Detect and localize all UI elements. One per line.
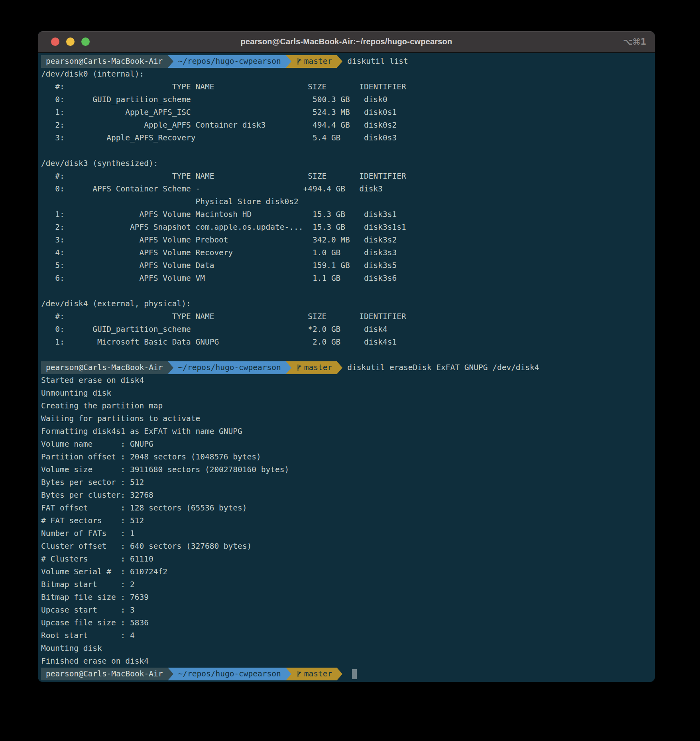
terminal-line: 0: APFS Container Scheme - +494.4 GB dis… [41,183,655,195]
prompt-path: ~/repos/hugo-cwpearson [173,55,286,68]
terminal-screen[interactable]: pearson@Carls-MacBook-Air ~/repos/hugo-c… [38,53,655,682]
terminal-line: Creating the partition map [41,400,655,412]
terminal-line: Finished erase on disk4 [41,655,655,668]
prompt-line: pearson@Carls-MacBook-Air ~/repos/hugo-c… [41,668,655,680]
powerline-arrow-icon [337,55,342,68]
prompt-git-branch-label: master [304,668,332,680]
terminal-line: Cluster offset : 640 sectors (327680 byt… [41,540,655,553]
minimize-button[interactable] [66,37,75,46]
terminal-line: Upcase file size : 5836 [41,617,655,629]
powerline-arrow-icon [286,361,291,374]
terminal-line: 0: GUID_partition_scheme 500.3 GB disk0 [41,93,655,106]
terminal-line: 1: Microsoft Basic Data GNUPG 2.0 GB dis… [41,336,655,349]
terminal-line: # Clusters : 61110 [41,553,655,566]
prompt-git-branch-label: master [304,361,332,374]
command-text [342,668,347,680]
terminal-line: 4: APFS Volume Recovery 1.0 GB disk3s3 [41,246,655,259]
zoom-button[interactable] [81,37,90,46]
powerline-arrow-icon [286,668,291,680]
git-branch-icon [296,364,302,372]
powerline-arrow-icon [286,55,291,68]
prompt-path-label: ~/repos/hugo-cwpearson [178,668,281,680]
prompt-path: ~/repos/hugo-cwpearson [173,361,286,374]
powerline-arrow-icon [337,361,342,374]
terminal-line: #: TYPE NAME SIZE IDENTIFIER [41,170,655,183]
terminal-line [41,285,655,298]
git-branch-icon [296,670,302,678]
prompt-line: pearson@Carls-MacBook-Air ~/repos/hugo-c… [41,55,655,68]
terminal-line: Upcase start : 3 [41,604,655,617]
titlebar[interactable]: pearson@Carls-MacBook-Air:~/repos/hugo-c… [38,31,655,53]
terminal-line: Partition offset : 2048 sectors (1048576… [41,451,655,463]
powerline-arrow-icon [337,668,342,680]
terminal-line: 2: Apple_APFS Container disk3 494.4 GB d… [41,119,655,132]
terminal-line: Bitmap file size : 7639 [41,591,655,604]
terminal-line: /dev/disk4 (external, physical): [41,298,655,310]
terminal-line: Physical Store disk0s2 [41,195,655,208]
prompt-user-host: pearson@Carls-MacBook-Air [41,668,168,680]
terminal-line: Formatting disk4s1 as ExFAT with name GN… [41,425,655,438]
terminal-line [41,144,655,157]
terminal-line: 2: APFS Snapshot com.apple.os.update-...… [41,221,655,234]
terminal-cursor [352,669,357,679]
window-shortcut-hint: ⌥⌘1 [623,31,646,52]
terminal-line: FAT offset : 128 sectors (65536 bytes) [41,502,655,514]
terminal-line: 0: GUID_partition_scheme *2.0 GB disk4 [41,323,655,336]
terminal-line: Bytes per cluster: 32768 [41,489,655,502]
terminal-line: 1: APFS Volume Macintosh HD 15.3 GB disk… [41,208,655,221]
terminal-line: Volume name : GNUPG [41,438,655,451]
terminal-line: #: TYPE NAME SIZE IDENTIFIER [41,310,655,323]
terminal-line: Volume size : 3911680 sectors (200278016… [41,463,655,476]
close-button[interactable] [51,37,59,46]
window-title: pearson@Carls-MacBook-Air:~/repos/hugo-c… [38,37,655,46]
prompt-git-segment: master [291,55,337,68]
terminal-line: Bitmap start : 2 [41,578,655,591]
command-text: diskutil list [342,55,408,68]
terminal-line: #: TYPE NAME SIZE IDENTIFIER [41,81,655,93]
prompt-user-host: pearson@Carls-MacBook-Air [41,55,168,68]
terminal-line: Root start : 4 [41,629,655,642]
terminal-line: Waiting for partitions to activate [41,412,655,425]
terminal-line: Volume Serial # : 610724f2 [41,566,655,578]
terminal-line: Started erase on disk4 [41,374,655,387]
terminal-line: # FAT sectors : 512 [41,514,655,527]
powerline-arrow-icon [168,668,173,680]
terminal-line: 3: APFS Volume Preboot 342.0 MB disk3s2 [41,234,655,246]
terminal-line [41,349,655,361]
prompt-git-branch-label: master [304,55,332,68]
traffic-lights [51,31,90,52]
prompt-git-segment: master [291,668,337,680]
terminal-line: 6: APFS Volume VM 1.1 GB disk3s6 [41,272,655,285]
prompt-user-host: pearson@Carls-MacBook-Air [41,361,168,374]
terminal-line: /dev/disk3 (synthesized): [41,157,655,170]
terminal-line: Number of FATs : 1 [41,527,655,540]
terminal-line: 1: Apple_APFS_ISC 524.3 MB disk0s1 [41,106,655,119]
prompt-user-host-label: pearson@Carls-MacBook-Air [46,55,163,68]
terminal-line: Unmounting disk [41,387,655,400]
prompt-path-label: ~/repos/hugo-cwpearson [178,55,281,68]
powerline-arrow-icon [168,55,173,68]
powerline-arrow-icon [168,361,173,374]
terminal-line: Mounting disk [41,642,655,655]
terminal-line: Bytes per sector : 512 [41,476,655,489]
terminal-line: 5: APFS Volume Data 159.1 GB disk3s5 [41,259,655,272]
prompt-line: pearson@Carls-MacBook-Air ~/repos/hugo-c… [41,361,655,374]
prompt-path: ~/repos/hugo-cwpearson [173,668,286,680]
command-text: diskutil eraseDisk ExFAT GNUPG /dev/disk… [342,361,539,374]
prompt-git-segment: master [291,361,337,374]
prompt-path-label: ~/repos/hugo-cwpearson [178,361,281,374]
terminal-line: 3: Apple_APFS_Recovery 5.4 GB disk0s3 [41,132,655,144]
terminal-line: /dev/disk0 (internal): [41,68,655,81]
terminal-window: pearson@Carls-MacBook-Air:~/repos/hugo-c… [38,31,655,682]
prompt-user-host-label: pearson@Carls-MacBook-Air [46,361,163,374]
prompt-user-host-label: pearson@Carls-MacBook-Air [46,668,163,680]
git-branch-icon [296,57,302,65]
